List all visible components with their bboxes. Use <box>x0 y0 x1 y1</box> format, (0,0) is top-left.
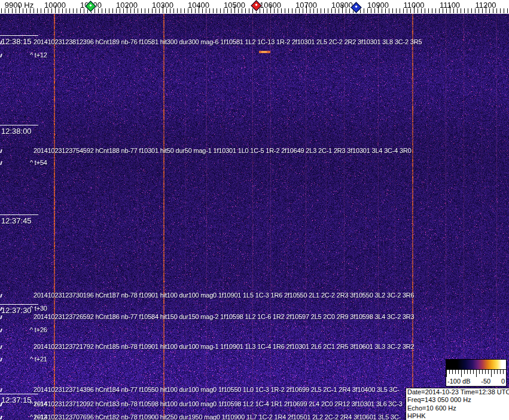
time-major-tick-line <box>0 125 38 125</box>
freq-tick-label: 11000 <box>403 1 424 10</box>
freq-tick-label: 10700 <box>295 1 317 10</box>
diamond-center-dot <box>89 4 92 7</box>
time-major-tick-line <box>0 35 38 36</box>
time-offset-note: ^ t+26 <box>30 326 47 333</box>
freq-tick-label: 11100 <box>440 1 460 10</box>
time-offset-note: ^ t+30 <box>30 305 47 312</box>
freq-tick-label: 10000 <box>44 1 66 10</box>
colorbar-ruler-ticks <box>446 370 506 378</box>
colorbar: -100 dB -50 0 <box>446 359 507 387</box>
freq-tick-label: 10600 <box>260 1 281 10</box>
info-station-id: HPHK <box>407 412 508 420</box>
colorbar-max-label: 0 <box>501 378 505 385</box>
colorbar-labels: -100 dB -50 0 <box>446 378 506 385</box>
detection-text-line: 20141023123730196 hCnt187 nb-78 f10901 h… <box>33 292 414 299</box>
detection-text-line: 20141023123721792 hCnt185 nb-78 f10901 h… <box>33 343 414 350</box>
info-echo-frequency: Echo=10 600 Hz <box>407 404 508 412</box>
detection-text-line: 20141023123707696 hCnt182 nb-78 f10900 h… <box>33 413 401 420</box>
frequency-axis-ruler: 9900 Hz100001010010200103001040010500106… <box>0 0 509 14</box>
time-offset-note: ^ t+21 <box>30 355 47 363</box>
freq-tick-label: 10900 <box>367 1 389 10</box>
info-date-time: Date=2014-10-23 Time=12:38 UTC <box>407 388 508 396</box>
freq-tick-label: 11200 <box>475 1 496 10</box>
time-label: 12:37:30 <box>1 306 32 315</box>
freq-tick-label: 10500 <box>224 1 245 10</box>
diamond-center-dot <box>255 4 257 6</box>
detection-text-line: 20141023123714396 hCnt184 nb-77 f10550 h… <box>33 386 400 393</box>
diamond-center-dot <box>355 5 357 8</box>
colorbar-mid-label: -50 <box>481 378 490 385</box>
info-frequency: Freq=143 050 000 Hz <box>407 396 508 404</box>
status-info-box: Date=2014-10-23 Time=12:38 UTC Freq=143 … <box>406 388 509 420</box>
detection-text-line: 20141023123754592 hCnt188 nb-77 f10301 h… <box>33 147 412 154</box>
spectrogram-waterfall-canvas <box>0 14 509 420</box>
time-label: 12:37:15 <box>1 396 32 404</box>
time-offset-note: ^ t+12 <box>30 51 47 59</box>
freq-tick-label: 10300 <box>152 1 173 10</box>
detection-text-line: 20141023123812396 hCnt189 nb-76 f10581 h… <box>33 38 422 45</box>
detection-text-line: 20141023123726592 hCnt186 nb-77 f10584 h… <box>33 313 414 320</box>
time-major-tick-line <box>0 394 38 394</box>
time-label: 12:38:00 <box>1 127 32 136</box>
spectrogram-window: 9900 Hz100001010010200103001040010500106… <box>0 0 509 420</box>
detection-text-line: 20141023123712092 hCnt183 nb-78 f10598 h… <box>33 400 403 407</box>
freq-tick-label: 10400 <box>188 1 209 10</box>
colorbar-min-label: -100 dB <box>447 378 471 385</box>
time-offset-note: ^ t+54 <box>30 159 47 166</box>
time-major-tick-line <box>0 214 38 215</box>
time-label: 12:38:15 <box>1 37 32 46</box>
colorbar-gradient <box>446 360 506 370</box>
freq-tick-label: 9900 Hz <box>5 1 33 10</box>
time-label: 12:37:45 <box>1 216 32 225</box>
freq-tick-label: 10200 <box>116 1 138 10</box>
freq-tick-label: 10800 <box>331 1 353 10</box>
